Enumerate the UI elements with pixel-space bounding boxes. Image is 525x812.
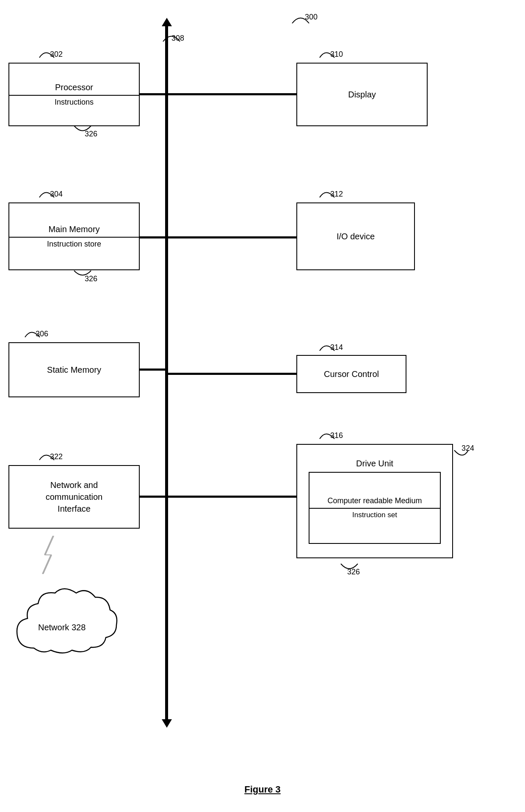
- bracket-300: [288, 8, 313, 25]
- svg-line-5: [43, 555, 52, 574]
- io-device-box: I/O device: [296, 202, 415, 270]
- drive-unit-box: Drive Unit Computer readable Medium Inst…: [296, 444, 453, 558]
- svg-text:Network 328: Network 328: [38, 623, 86, 632]
- bus-arrow-up: [162, 18, 172, 26]
- display-box: Display: [296, 63, 428, 126]
- du-bus-connector: [168, 496, 296, 498]
- bracket-308: [159, 29, 184, 44]
- cursor-control-label: Cursor Control: [320, 367, 383, 382]
- main-memory-box: Main Memory Instruction store: [8, 202, 140, 270]
- bracket-324: [452, 448, 469, 460]
- svg-line-0: [44, 536, 53, 555]
- proc-bus-connector: [140, 93, 166, 95]
- bracket-326-proc: [72, 124, 95, 136]
- diagram-container: 300 308 302 Processor Instructions 326 3…: [0, 0, 525, 812]
- io-bus-connector: [168, 236, 296, 238]
- bracket-304: [37, 186, 58, 199]
- display-label: Display: [344, 87, 380, 102]
- bus-line: [165, 25, 168, 720]
- main-memory-sub: Instruction store: [9, 237, 139, 251]
- svg-line-3: [45, 536, 54, 555]
- network-interface-label: Network and communication Interface: [41, 477, 107, 517]
- static-memory-box: Static Memory: [8, 342, 140, 397]
- lightning-bolt: [34, 534, 68, 576]
- mm-bus-connector: [140, 236, 166, 238]
- bracket-302: [37, 46, 58, 59]
- bracket-312: [318, 186, 339, 199]
- processor-instructions: Instructions: [9, 95, 139, 109]
- bus-arrow-down: [162, 719, 172, 728]
- drive-unit-label: Drive Unit: [301, 459, 448, 468]
- network-interface-box: Network and communication Interface: [8, 465, 140, 529]
- processor-box: Processor Instructions: [8, 63, 140, 126]
- drive-instruction-label: Instruction set: [309, 508, 439, 521]
- main-memory-label: Main Memory: [44, 222, 104, 237]
- cursor-bus-connector: [168, 373, 296, 375]
- sm-bus-connector: [140, 369, 166, 371]
- svg-line-2: [42, 555, 51, 574]
- bracket-322: [37, 448, 58, 462]
- bracket-310: [318, 46, 339, 59]
- display-bus-connector: [168, 93, 296, 95]
- bracket-314: [318, 339, 339, 352]
- static-memory-label: Static Memory: [43, 363, 105, 377]
- bracket-306: [23, 325, 44, 339]
- io-device-label: I/O device: [332, 229, 379, 244]
- processor-label: Processor: [51, 80, 97, 95]
- bracket-326-du: [339, 562, 362, 574]
- figure-caption: Figure 3: [0, 784, 525, 795]
- network-cloud: Network 328: [8, 580, 127, 665]
- cursor-control-box: Cursor Control: [296, 355, 406, 393]
- drive-unit-inner-box: Computer readable Medium Instruction set: [309, 472, 440, 544]
- bracket-316: [318, 427, 339, 441]
- ni-bus-connector: [140, 496, 166, 498]
- drive-medium-label: Computer readable Medium: [323, 494, 426, 508]
- bracket-326-mm: [72, 269, 95, 280]
